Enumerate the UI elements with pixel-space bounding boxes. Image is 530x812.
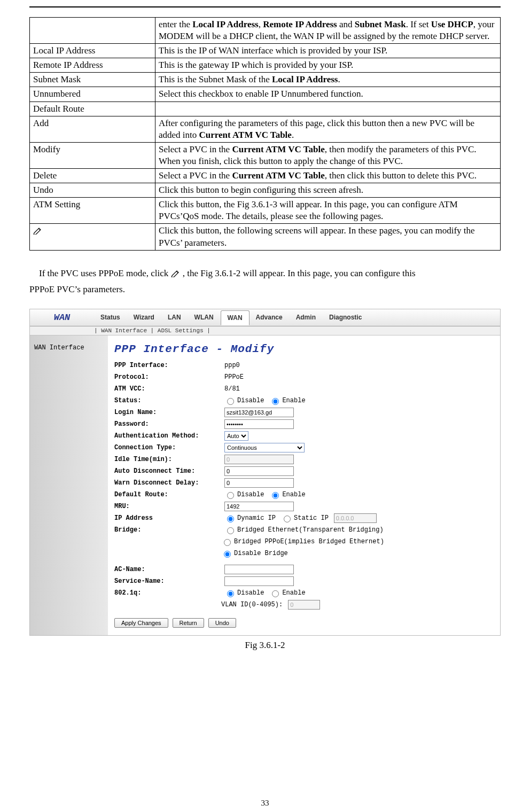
radio-status-disable[interactable]: Disable	[224, 396, 264, 405]
undo-button[interactable]: Undo	[208, 618, 236, 628]
return-button[interactable]: Return	[173, 618, 204, 628]
conn-select[interactable]: Continuous	[224, 443, 305, 452]
pencil-icon	[171, 268, 183, 278]
param-key: Undo	[30, 183, 155, 198]
lbl-ac: AC-Name:	[114, 566, 221, 573]
param-key	[30, 18, 155, 44]
param-desc: This is the IP of WAN interface which is…	[155, 44, 501, 58]
lbl-auth: Authentication Method:	[114, 432, 221, 440]
lbl-idle: Idle Time(min):	[114, 456, 221, 463]
param-key: ATM Setting	[30, 198, 155, 224]
sub-tabs: | WAN Interface | ADSL Settings |	[30, 326, 500, 335]
password-input[interactable]	[224, 419, 294, 429]
lbl-defroute: Default Route:	[114, 491, 221, 498]
brand-label: WAN	[30, 309, 94, 326]
lbl-login: Login Name:	[114, 409, 221, 416]
param-table: enter the Local IP Address, Remote IP Ad…	[29, 17, 501, 251]
top-tabs: WAN StatusWizardLANWLANWANAdvanceAdminDi…	[30, 309, 500, 326]
mru-input[interactable]	[224, 502, 294, 511]
param-desc: This is the gateway IP which is provided…	[155, 58, 501, 73]
param-key: Unnumbered	[30, 87, 155, 102]
param-key: Delete	[30, 169, 155, 183]
static-ip-input[interactable]	[334, 513, 377, 523]
vlan-id-label: VLAN ID(0-4095):	[221, 601, 283, 608]
apply-changes-button[interactable]: Apply Changes	[114, 618, 168, 628]
tab-wan[interactable]: WAN	[221, 310, 250, 325]
idle-input[interactable]	[224, 455, 294, 464]
tab-lan[interactable]: LAN	[161, 310, 188, 325]
lbl-password: Password:	[114, 420, 221, 428]
lbl-mru: MRU:	[114, 503, 221, 510]
page-number: 33	[0, 799, 530, 808]
param-desc: Select this checkbox to enable IP Unnumb…	[155, 87, 501, 102]
lbl-warn: Warn Disconnect Delay:	[114, 479, 221, 487]
lbl-ip: IP Address	[114, 514, 221, 522]
tab-diagnostic[interactable]: Diagnostic	[323, 310, 369, 325]
lbl-vcc: ATM VCC:	[114, 385, 221, 393]
login-input[interactable]	[224, 408, 294, 417]
body-paragraph: If the PVC uses PPPoE mode, click , the …	[29, 266, 501, 298]
radio-ip-static[interactable]: Static IP	[281, 514, 329, 522]
panel-title: PPP Interface - Modify	[114, 343, 493, 355]
tab-wlan[interactable]: WLAN	[188, 310, 221, 325]
autod-input[interactable]	[224, 466, 294, 476]
val-protocol: PPPoE	[224, 373, 493, 381]
screenshot-figure: WAN StatusWizardLANWLANWANAdvanceAdminDi…	[29, 309, 501, 636]
radio-8021q-enable[interactable]: Enable	[269, 589, 305, 597]
param-key: Default Route	[30, 102, 155, 116]
param-desc: After configuring the parameters of this…	[155, 116, 501, 142]
radio-bridge-eth[interactable]: Bridged Ethernet(Transparent Bridging)	[224, 526, 384, 534]
warn-input[interactable]	[224, 478, 294, 488]
lbl-svc: Service-Name:	[114, 577, 221, 585]
param-desc: Select a PVC in the Current ATM VC Table…	[155, 142, 501, 168]
radio-bridge-pppoe[interactable]: Bridged PPPoE(implies Bridged Ethernet)	[221, 537, 384, 546]
radio-8021q-disable[interactable]: Disable	[224, 589, 264, 597]
radio-status-enable[interactable]: Enable	[269, 396, 305, 405]
tab-advance[interactable]: Advance	[250, 310, 290, 325]
param-desc: enter the Local IP Address, Remote IP Ad…	[155, 18, 501, 44]
radio-defroute-disable[interactable]: Disable	[224, 490, 264, 499]
param-desc: Select a PVC in the Current ATM VC Table…	[155, 169, 501, 183]
param-desc: This is the Subnet Mask of the Local IP …	[155, 73, 501, 87]
param-desc: Click this button, the following screens…	[155, 224, 501, 250]
lbl-bridge: Bridge:	[114, 526, 221, 534]
param-desc	[155, 102, 501, 116]
val-ppp-if: ppp0	[224, 362, 493, 369]
pencil-icon	[33, 225, 43, 236]
param-desc: Click this button, the Fig 3.6.1-3 will …	[155, 198, 501, 224]
vlan-id-input[interactable]	[288, 600, 320, 610]
tab-admin[interactable]: Admin	[290, 310, 323, 325]
radio-defroute-enable[interactable]: Enable	[269, 490, 305, 499]
lbl-ppp-if: PPP Interface:	[114, 362, 221, 369]
radio-ip-dynamic[interactable]: Dynamic IP	[224, 514, 276, 522]
figure-caption: Fig 3.6.1-2	[29, 640, 501, 651]
lbl-8021q: 802.1q:	[114, 589, 221, 597]
radio-bridge-disable[interactable]: Disable Bridge	[221, 549, 288, 558]
param-key: Subnet Mask	[30, 73, 155, 87]
val-vcc: 8/81	[224, 385, 493, 393]
lbl-status: Status:	[114, 397, 221, 404]
param-key	[30, 224, 155, 250]
side-label: WAN Interface	[30, 335, 108, 635]
ac-input[interactable]	[224, 565, 294, 574]
auth-select[interactable]: Auto	[224, 431, 248, 441]
param-desc: Click this button to begin configuring t…	[155, 183, 501, 198]
param-key: Modify	[30, 142, 155, 168]
svc-input[interactable]	[224, 576, 294, 586]
param-key: Remote IP Address	[30, 58, 155, 73]
param-key: Local IP Address	[30, 44, 155, 58]
tab-wizard[interactable]: Wizard	[127, 310, 161, 325]
tab-status[interactable]: Status	[94, 310, 127, 325]
lbl-protocol: Protocol:	[114, 373, 221, 381]
lbl-autod: Auto Disconnect Time:	[114, 467, 221, 475]
param-key: Add	[30, 116, 155, 142]
lbl-conn: Connection Type:	[114, 444, 221, 451]
